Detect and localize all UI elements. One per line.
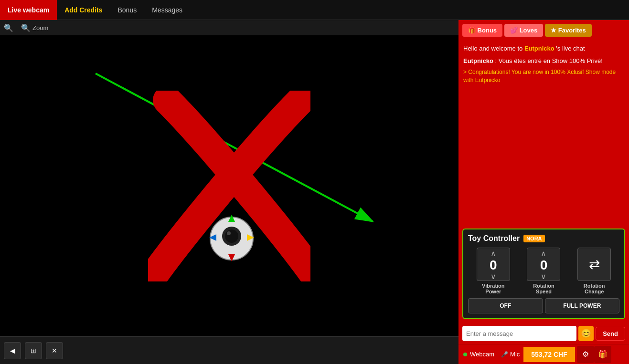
vibration-power-control: ∧ 0 ∨ VibrationPower — [477, 248, 510, 294]
fullscreen-button[interactable]: ✕ — [46, 342, 63, 359]
vibration-value: 0 — [490, 258, 497, 273]
toy-controller-title: Toy Controller — [468, 234, 520, 243]
very-bottom-bar: Webcam 🎤 Mic 553,72 CHF ⚙ 🎁 — [458, 344, 629, 364]
left-panel: 🔍 🔍 Zoom — [0, 20, 458, 364]
rotation-change-icon: ⇄ — [589, 257, 600, 272]
toy-controller: Toy Controller NORA ∧ 0 ∨ VibrationPower — [462, 229, 625, 319]
right-panel: 🎁 Bonus 💕 Loves ★ Favorites Hello and we… — [458, 20, 629, 364]
toy-badge: NORA — [523, 235, 544, 242]
rotation-down-button[interactable]: ∨ — [541, 273, 546, 281]
settings-icon-button[interactable]: ⚙ — [577, 346, 594, 363]
message-sender: Eutpnicko — [463, 57, 493, 64]
bottom-input-row: 😊 Send — [458, 323, 629, 344]
message-text: : Vous êtes entré en Show 100% Privé! — [493, 57, 603, 64]
webcam-dot — [463, 353, 467, 356]
vibration-down-button[interactable]: ∨ — [490, 273, 496, 281]
main-layout: 🔍 🔍 Zoom — [0, 20, 629, 364]
search-icon[interactable]: 🔍 — [4, 23, 13, 32]
rotation-change-label: RotationChange — [584, 283, 605, 294]
off-button[interactable]: OFF — [468, 298, 543, 313]
toy-controller-header: Toy Controller NORA — [468, 234, 619, 243]
loves-button[interactable]: 💕 Loves — [504, 24, 543, 37]
gift-icon-button[interactable]: 🎁 — [594, 346, 611, 363]
welcome-prefix: Hello and welcome to — [463, 45, 524, 52]
audio-toggle-button[interactable]: ◀ — [4, 342, 21, 359]
rotation-spinner: ∧ 0 ∨ — [527, 248, 560, 281]
equalizer-button[interactable]: ⊞ — [25, 342, 42, 359]
toy-action-row: OFF FULL POWER — [468, 298, 619, 313]
top-nav: Live webcam Add Credits Bonus Messages — [0, 0, 629, 20]
nav-messages[interactable]: Messages — [144, 0, 190, 20]
favorites-button[interactable]: ★ Favorites — [545, 24, 591, 37]
chat-username: Eutpnicko — [524, 45, 554, 52]
chat-welcome-text: Hello and welcome to Eutpnicko 's live c… — [463, 44, 624, 53]
message-input[interactable] — [462, 326, 576, 341]
zoom-button[interactable]: 🔍 Zoom — [17, 21, 52, 34]
rotation-speed-control: ∧ 0 ∨ RotationSpeed — [527, 248, 560, 294]
toy-controls-row: ∧ 0 ∨ VibrationPower ∧ 0 ∨ RotationSpeed — [468, 248, 619, 294]
rotation-speed-label: RotationSpeed — [533, 283, 554, 294]
credits-display: 553,72 CHF — [523, 347, 575, 362]
rotation-up-button[interactable]: ∧ — [541, 250, 546, 258]
svg-point-4 — [227, 231, 231, 235]
mic-icon: 🎤 — [501, 351, 508, 358]
nav-bonus[interactable]: Bonus — [110, 0, 145, 20]
webcam-status: Webcam — [458, 351, 499, 358]
x-logo — [148, 91, 310, 281]
chat-notification: > Congratulations! You are now in 100% X… — [463, 68, 624, 84]
svg-point-3 — [225, 229, 238, 243]
zoom-label: Zoom — [32, 24, 48, 31]
welcome-suffix: 's live chat — [554, 45, 585, 52]
left-toolbar: 🔍 🔍 Zoom — [0, 20, 458, 35]
mic-label-text: Mic — [510, 351, 520, 358]
vibration-spinner: ∧ 0 ∨ — [477, 248, 510, 281]
bottom-controls: ◀ ⊞ ✕ — [0, 336, 458, 364]
right-top-buttons: 🎁 Bonus 💕 Loves ★ Favorites — [458, 20, 629, 41]
send-button[interactable]: Send — [596, 327, 625, 341]
nav-live-webcam[interactable]: Live webcam — [0, 0, 57, 20]
vibration-up-button[interactable]: ∧ — [490, 250, 496, 258]
nav-add-credits[interactable]: Add Credits — [57, 0, 110, 20]
rotation-change-control: ⇄ RotationChange — [577, 248, 611, 294]
full-power-button[interactable]: FULL POWER — [545, 298, 620, 313]
chat-area: Hello and welcome to Eutpnicko 's live c… — [458, 41, 629, 225]
chat-message-1: Eutpnicko : Vous êtes entré en Show 100%… — [463, 57, 624, 65]
bonus-button[interactable]: 🎁 Bonus — [462, 24, 502, 37]
webcam-label-text: Webcam — [470, 351, 494, 358]
zoom-icon: 🔍 — [21, 23, 31, 32]
vibration-label: VibrationPower — [482, 283, 504, 294]
rotation-change-button[interactable]: ⇄ — [577, 248, 611, 281]
webcam-area — [0, 35, 458, 336]
emoji-button[interactable]: 😊 — [578, 326, 594, 341]
webcam-content — [0, 35, 458, 336]
rotation-value: 0 — [540, 258, 548, 273]
mic-status: 🎤 Mic — [499, 351, 522, 358]
